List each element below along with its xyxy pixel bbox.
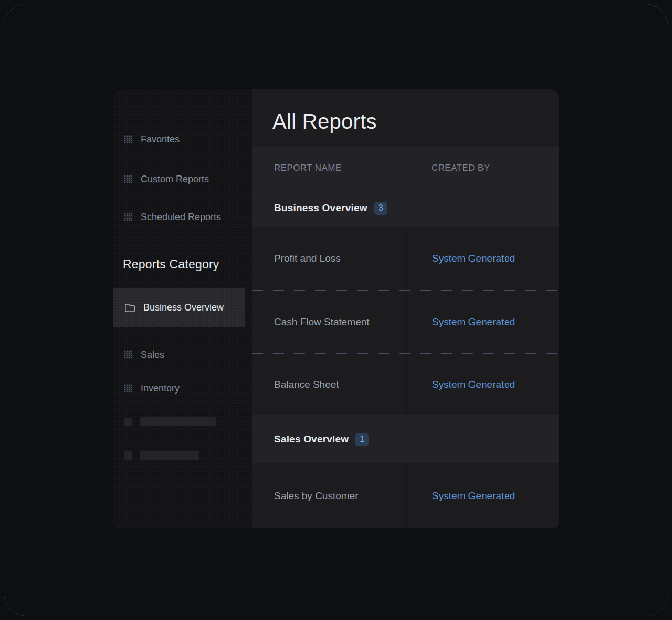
table-header-row: REPORT NAME CREATED BY — [252, 147, 559, 189]
sidebar-item-sales[interactable]: Sales — [113, 347, 252, 363]
main-header: All Reports — [252, 89, 559, 147]
column-header-created-by: CREATED BY — [406, 163, 559, 173]
group-count-badge: 3 — [374, 202, 387, 215]
skeleton-square — [124, 418, 132, 426]
sidebar-skeleton-row — [113, 451, 252, 460]
created-by-link[interactable]: System Generated — [432, 253, 515, 264]
column-header-report-name: REPORT NAME — [252, 163, 406, 173]
report-name-cell[interactable]: Balance Sheet — [252, 354, 406, 415]
main-content: All Reports REPORT NAME CREATED BY Busin… — [252, 89, 559, 528]
sidebar-item-label: Sales — [141, 349, 164, 360]
group-row-sales-overview[interactable]: Sales Overview 1 — [252, 415, 559, 463]
sidebar-section-title: Reports Category — [113, 255, 252, 273]
table-row[interactable]: Cash Flow Statement System Generated — [252, 290, 559, 353]
sidebar-item-label: Favorites — [141, 134, 180, 145]
sidebar-skeleton-row — [113, 417, 252, 426]
created-by-cell: System Generated — [406, 291, 559, 353]
created-by-link[interactable]: System Generated — [432, 379, 515, 390]
sidebar-item-scheduled-reports[interactable]: Scheduled Reports — [113, 209, 252, 225]
created-by-cell: System Generated — [406, 354, 559, 415]
square-placeholder-icon — [124, 135, 132, 143]
table-row[interactable]: Sales by Customer System Generated — [252, 463, 559, 528]
created-by-link[interactable]: System Generated — [432, 316, 515, 328]
group-name: Sales Overview — [274, 433, 349, 445]
square-placeholder-icon — [124, 213, 132, 221]
sidebar-item-favorites[interactable]: Favorites — [113, 131, 252, 147]
report-name-cell[interactable]: Cash Flow Statement — [252, 291, 406, 353]
folder-icon — [124, 303, 135, 313]
page-title: All Reports — [272, 110, 377, 133]
skeleton-bar — [140, 417, 216, 426]
skeleton-bar — [140, 451, 200, 460]
skeleton-square — [124, 451, 132, 460]
sidebar-item-inventory[interactable]: Inventory — [113, 380, 252, 396]
created-by-cell: System Generated — [406, 227, 559, 290]
report-name-cell[interactable]: Profit and Loss — [252, 227, 406, 290]
created-by-cell: System Generated — [406, 463, 559, 528]
square-placeholder-icon — [124, 384, 132, 392]
group-name: Business Overview — [274, 202, 368, 214]
square-placeholder-icon — [124, 350, 132, 359]
sidebar-item-business-overview-selected[interactable]: Business Overview — [113, 288, 245, 327]
table-row[interactable]: Profit and Loss System Generated — [252, 227, 559, 290]
report-name-cell[interactable]: Sales by Customer — [252, 463, 406, 528]
created-by-link[interactable]: System Generated — [432, 490, 515, 502]
reports-panel: Favorites Custom Reports Scheduled Repor… — [113, 89, 559, 528]
sidebar-item-custom-reports[interactable]: Custom Reports — [113, 171, 252, 187]
table-row[interactable]: Balance Sheet System Generated — [252, 353, 559, 415]
selected-category-label: Business Overview — [143, 302, 224, 313]
group-row-business-overview[interactable]: Business Overview 3 — [252, 189, 559, 227]
group-count-badge: 1 — [355, 433, 369, 446]
sidebar-item-label: Custom Reports — [141, 174, 209, 185]
sidebar-item-label: Scheduled Reports — [141, 212, 221, 223]
square-placeholder-icon — [124, 175, 132, 183]
sidebar-item-label: Inventory — [141, 383, 180, 394]
sidebar: Favorites Custom Reports Scheduled Repor… — [113, 89, 252, 528]
